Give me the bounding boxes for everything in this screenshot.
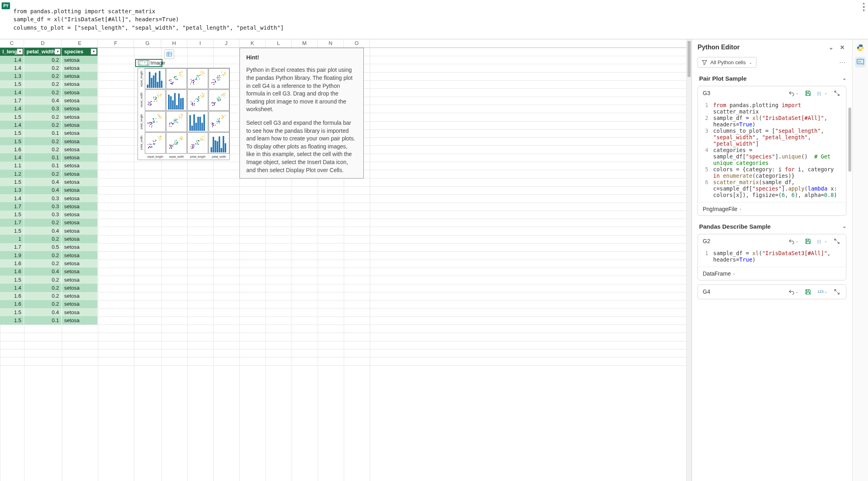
- output-type-button[interactable]: 123⌄: [816, 289, 829, 294]
- formula-code[interactable]: from pandas.plotting import scatter_matr…: [13, 7, 860, 32]
- table-cell[interactable]: 1.6: [0, 292, 24, 300]
- table-row[interactable]: 1.50.4setosa: [0, 308, 98, 316]
- table-cell[interactable]: 1.6: [0, 268, 24, 276]
- table-cell[interactable]: setosa: [62, 186, 98, 194]
- table-cell[interactable]: 0.2: [24, 72, 62, 80]
- table-row[interactable]: 1.50.3setosa: [0, 211, 98, 219]
- table-cell[interactable]: setosa: [62, 235, 98, 243]
- expand-button[interactable]: [833, 288, 841, 296]
- panel-scrollbar[interactable]: [848, 108, 851, 477]
- save-button[interactable]: [804, 89, 812, 97]
- table-row[interactable]: 1.50.4setosa: [0, 178, 98, 186]
- image-cell-g3[interactable]: [ᴾʸ] Image: [135, 59, 162, 67]
- table-row[interactable]: 1.90.2setosa: [0, 251, 98, 259]
- filter-dropdown[interactable]: All Python cells ⌄: [698, 57, 756, 68]
- table-cell[interactable]: 0.2: [24, 259, 62, 267]
- table-cell[interactable]: 1.3: [0, 186, 24, 194]
- table-cell[interactable]: 1.5: [0, 113, 24, 121]
- table-cell[interactable]: 0.4: [24, 308, 62, 316]
- table-row[interactable]: 1.50.4setosa: [0, 227, 98, 235]
- table-cell[interactable]: setosa: [62, 88, 98, 96]
- column-header-o[interactable]: O: [344, 39, 370, 47]
- table-cell[interactable]: 0.1: [24, 153, 62, 161]
- table-cell[interactable]: 1.4: [0, 153, 24, 161]
- table-row[interactable]: 1.40.3setosa: [0, 105, 98, 113]
- table-cell[interactable]: 0.2: [24, 251, 62, 259]
- formula-expand[interactable]: ▲ ▼: [862, 2, 866, 12]
- scrollbar-thumb[interactable]: [688, 41, 691, 77]
- python-ribbon-icon[interactable]: [855, 43, 866, 53]
- table-cell[interactable]: 1.6: [0, 145, 24, 153]
- table-row[interactable]: 1.60.2setosa: [0, 145, 98, 153]
- more-options-button[interactable]: ⋯: [839, 59, 846, 66]
- column-header-l[interactable]: L: [266, 39, 292, 47]
- table-cell[interactable]: 0.4: [24, 178, 62, 186]
- python-editor-ribbon-icon[interactable]: PY: [855, 57, 866, 67]
- worksheet[interactable]: CDEFGHIJKLMNO l_lengt▾petal_width▾specie…: [0, 39, 686, 481]
- column-header-i[interactable]: I: [187, 39, 213, 47]
- table-row[interactable]: 1.70.3setosa: [0, 202, 98, 210]
- table-cell[interactable]: 0.2: [24, 219, 62, 227]
- table-cell[interactable]: setosa: [62, 243, 98, 251]
- table-cell[interactable]: 0.5: [24, 243, 62, 251]
- column-header-j[interactable]: J: [213, 39, 239, 47]
- close-panel-button[interactable]: ✕: [838, 43, 846, 51]
- table-row[interactable]: 1.40.2setosa: [0, 64, 98, 72]
- table-cell[interactable]: setosa: [62, 292, 98, 300]
- table-row[interactable]: 1.50.1setosa: [0, 129, 98, 137]
- table-cell[interactable]: 0.2: [24, 284, 62, 292]
- column-header-n[interactable]: N: [318, 39, 344, 47]
- table-cell[interactable]: 0.2: [24, 170, 62, 178]
- collapse-panel-button[interactable]: ⌄: [827, 43, 835, 51]
- table-row[interactable]: 1.40.2setosa: [0, 284, 98, 292]
- table-cell[interactable]: 1.2: [0, 170, 24, 178]
- section-collapse-button[interactable]: ⌄: [842, 75, 846, 81]
- table-cell[interactable]: setosa: [62, 153, 98, 161]
- table-row[interactable]: 1.30.4setosa: [0, 186, 98, 194]
- table-cell[interactable]: setosa: [62, 194, 98, 202]
- table-cell[interactable]: setosa: [62, 178, 98, 186]
- table-cell[interactable]: 0.3: [24, 202, 62, 210]
- table-cell[interactable]: setosa: [62, 80, 98, 88]
- table-cell[interactable]: 1.5: [0, 178, 24, 186]
- table-cell[interactable]: 0.4: [24, 96, 62, 104]
- output-type-button[interactable]: [·]⌄: [816, 89, 829, 97]
- table-row[interactable]: 1.50.2setosa: [0, 137, 98, 145]
- table-cell[interactable]: 1.5: [0, 211, 24, 219]
- table-cell[interactable]: 1.5: [0, 308, 24, 316]
- table-row[interactable]: 1.30.2setosa: [0, 72, 98, 80]
- filter-icon[interactable]: ▾: [55, 49, 61, 55]
- table-cell[interactable]: setosa: [62, 284, 98, 292]
- table-cell[interactable]: 0.2: [24, 80, 62, 88]
- table-cell[interactable]: 0.4: [24, 268, 62, 276]
- table-cell[interactable]: 0.2: [24, 121, 62, 129]
- table-cell[interactable]: setosa: [62, 300, 98, 308]
- pair-plot-image[interactable]: sepal_lengthsepal_widthpetal_lengthpetal…: [138, 68, 230, 160]
- filter-icon[interactable]: ▾: [91, 49, 97, 55]
- column-header-h[interactable]: H: [161, 39, 187, 47]
- filter-icon[interactable]: ▾: [17, 49, 23, 55]
- table-cell[interactable]: setosa: [62, 219, 98, 227]
- output-type-button[interactable]: [·]⌄: [816, 237, 829, 245]
- save-button[interactable]: [804, 288, 812, 296]
- table-cell[interactable]: 1.5: [0, 80, 24, 88]
- table-cell[interactable]: 1.3: [0, 72, 24, 80]
- table-cell[interactable]: 0.2: [24, 300, 62, 308]
- table-cell[interactable]: 1.7: [0, 243, 24, 251]
- table-cell[interactable]: 0.3: [24, 194, 62, 202]
- table-header[interactable]: l_lengt▾: [0, 48, 24, 56]
- undo-button[interactable]: ⌄: [787, 237, 800, 245]
- table-cell[interactable]: setosa: [62, 211, 98, 219]
- table-header[interactable]: species▾: [62, 48, 98, 56]
- table-cell[interactable]: 1.4: [0, 121, 24, 129]
- table-cell[interactable]: 1.4: [0, 56, 24, 64]
- vertical-scrollbar[interactable]: [686, 39, 692, 481]
- column-headers[interactable]: CDEFGHIJKLMNO: [0, 39, 686, 48]
- table-cell[interactable]: 1.6: [0, 300, 24, 308]
- formula-bar[interactable]: PY from pandas.plotting import scatter_m…: [0, 0, 868, 39]
- column-header-e[interactable]: E: [62, 39, 98, 47]
- expand-button[interactable]: [833, 89, 841, 97]
- table-row[interactable]: 1.50.2setosa: [0, 113, 98, 121]
- table-cell[interactable]: 1.9: [0, 251, 24, 259]
- insert-data-button[interactable]: [164, 49, 174, 59]
